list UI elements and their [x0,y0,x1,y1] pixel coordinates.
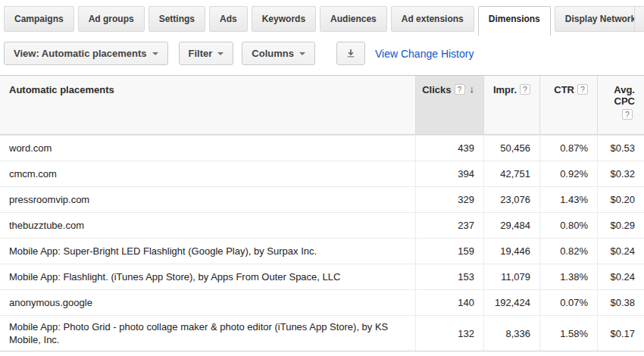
impressions-cell: 50,456 [483,136,539,161]
tab-ad-groups[interactable]: Ad groups [78,6,145,32]
help-icon[interactable]: ? [520,84,530,95]
download-icon [346,48,355,58]
table-row: Mobile App: Flashlight. (iTunes App Stor… [0,264,644,289]
table-row: thebuzztube.com 237 29,484 0.80% $0.29 [0,212,644,238]
table-row: Mobile App: Super-Bright LED Flashlight … [0,238,644,264]
impressions-cell: 29,484 [483,213,539,238]
column-header-impressions[interactable]: Impr. ? [483,76,539,134]
impressions-cell: 19,446 [483,239,539,264]
table-row: anonymous.google 140 192,424 0.07% $0.38 [0,289,644,315]
view-dropdown-label: View: Automatic placements [14,48,147,59]
table-row: word.com 439 50,456 0.87% $0.53 [0,135,644,161]
column-header-ctr[interactable]: CTR ? [539,76,597,134]
tab-settings[interactable]: Settings [148,6,205,32]
filter-dropdown-label: Filter [189,48,213,59]
avg-cpc-cell: $0.53 [597,136,644,161]
help-icon[interactable]: ? [622,109,633,120]
column-header-automatic-placements[interactable]: Automatic placements [0,76,415,134]
placement-cell: Mobile App: Super-Bright LED Flashlight … [0,239,415,264]
tab-campaigns[interactable]: Campaigns [4,6,74,32]
clicks-cell: 237 [415,213,483,238]
impressions-cell: 11,079 [483,264,539,289]
tab-partial[interactable] [634,6,644,32]
avg-cpc-cell: $0.17 [597,316,644,351]
help-icon[interactable]: ? [455,84,465,95]
sort-desc-icon: ↓ [470,84,475,95]
tab-bar: Campaigns Ad groups Settings Ads Keyword… [0,0,644,36]
clicks-cell: 329 [415,187,483,212]
ctr-cell: 0.80% [539,213,597,238]
avg-cpc-line1: Avg. [614,84,635,95]
tab-ad-extensions[interactable]: Ad extensions [391,6,474,32]
column-header-clicks[interactable]: Clicks ? ↓ [415,76,483,134]
ctr-cell: 0.07% [539,290,597,315]
toolbar: View: Automatic placements Filter Column… [4,42,644,65]
ctr-cell: 0.82% [539,239,597,264]
placement-cell: anonymous.google [0,290,415,315]
help-icon[interactable]: ? [577,84,588,95]
clicks-cell: 439 [415,136,483,161]
placement-cell: word.com [0,136,415,161]
placements-table: Automatic placements Clicks ? ↓ Impr. ? … [0,75,644,351]
impressions-cell: 8,336 [483,316,539,351]
placement-cell: cmcm.com [0,161,415,186]
chevron-down-icon [152,52,158,55]
view-change-history-link[interactable]: View Change History [375,48,474,60]
avg-cpc-cell: $0.24 [597,239,644,264]
ctr-cell: 0.87% [539,136,597,161]
chevron-down-icon [299,52,305,55]
clicks-cell: 394 [415,161,483,186]
clicks-cell: 132 [415,316,483,351]
download-button[interactable] [336,42,365,65]
column-header-avg-cpc-label: Avg. CPC ? [614,84,635,120]
avg-cpc-cell: $0.29 [597,213,644,238]
placement-cell: Mobile App: Photo Grid - photo collage m… [0,316,415,351]
column-header-ctr-label: CTR [554,84,574,95]
table-header-row: Automatic placements Clicks ? ↓ Impr. ? … [0,76,644,135]
impressions-cell: 42,751 [483,161,539,186]
tab-audiences[interactable]: Audiences [320,6,387,32]
avg-cpc-line2: CPC [614,95,635,107]
ctr-cell: 0.92% [539,161,597,186]
avg-cpc-cell: $0.32 [597,161,644,186]
placement-cell: thebuzztube.com [0,213,415,238]
chevron-down-icon [217,52,224,55]
columns-dropdown-label: Columns [252,48,294,59]
table-row: cmcm.com 394 42,751 0.92% $0.32 [0,161,644,186]
tab-dimensions[interactable]: Dimensions [478,6,551,36]
table-row: Mobile App: Photo Grid - photo collage m… [0,315,644,351]
clicks-cell: 153 [415,264,483,289]
columns-dropdown-button[interactable]: Columns [242,42,315,65]
tab-keywords[interactable]: Keywords [252,6,316,32]
avg-cpc-cell: $0.38 [597,290,644,315]
impressions-cell: 192,424 [483,290,539,315]
view-dropdown-button[interactable]: View: Automatic placements [4,42,168,65]
ctr-cell: 1.38% [539,264,597,289]
clicks-cell: 159 [415,239,483,264]
filter-dropdown-button[interactable]: Filter [179,42,234,65]
tab-display-network[interactable]: Display Network [555,6,644,32]
avg-cpc-cell: $0.20 [597,187,644,212]
placement-cell: Mobile App: Flashlight. (iTunes App Stor… [0,264,415,289]
placement-cell: pressroomvip.com [0,187,415,212]
avg-cpc-cell: $0.24 [597,264,644,289]
column-header-impressions-label: Impr. [493,84,517,95]
column-header-avg-cpc[interactable]: Avg. CPC ? [597,76,644,134]
tab-ads[interactable]: Ads [209,6,248,32]
column-header-clicks-label: Clicks [422,84,451,95]
ctr-cell: 1.43% [539,187,597,212]
ctr-cell: 1.58% [539,316,597,351]
table-row: pressroomvip.com 329 23,076 1.43% $0.20 [0,186,644,212]
impressions-cell: 23,076 [483,187,539,212]
clicks-cell: 140 [415,290,483,315]
